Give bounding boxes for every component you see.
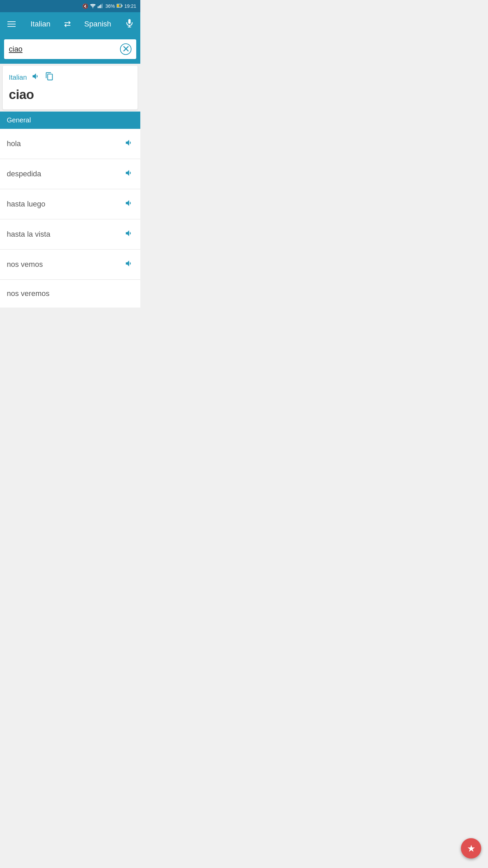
result-item[interactable]: nos veremos: [0, 280, 140, 308]
result-text: despedida: [7, 170, 41, 178]
search-box: ✕: [4, 39, 136, 59]
hamburger-line-2: [7, 24, 16, 24]
result-text: hola: [7, 139, 21, 148]
search-container: ✕: [0, 36, 140, 64]
search-input[interactable]: [9, 45, 120, 54]
battery-text: 36%: [105, 3, 115, 9]
svg-point-0: [93, 7, 93, 8]
svg-rect-2: [99, 5, 100, 8]
result-item[interactable]: hola: [0, 129, 140, 159]
card-copy-button[interactable]: [45, 72, 54, 83]
menu-button[interactable]: [6, 20, 17, 28]
wifi-icon: [90, 3, 96, 9]
result-play-button[interactable]: [125, 199, 134, 210]
time-text: 19:21: [124, 3, 136, 9]
microphone-button[interactable]: [125, 18, 134, 30]
result-play-button[interactable]: [125, 138, 134, 149]
results-list: hola despedida hasta luego hasta la vist…: [0, 129, 140, 308]
app-bar: Italian ⇄ Spanish: [0, 12, 140, 36]
card-language-label: Italian: [9, 74, 27, 81]
result-text: nos vemos: [7, 260, 43, 269]
svg-rect-9: [128, 19, 130, 24]
result-text: hasta luego: [7, 200, 45, 209]
mute-icon: 🔇: [82, 3, 88, 9]
card-translation-text: ciao: [9, 87, 131, 102]
svg-rect-4: [102, 3, 103, 8]
result-text: hasta la vista: [7, 230, 50, 239]
card-play-button[interactable]: [32, 72, 40, 83]
result-play-button[interactable]: [125, 229, 134, 240]
result-play-button[interactable]: [125, 259, 134, 270]
hamburger-line-1: [7, 21, 16, 22]
status-icons: 🔇 36% ⚡: [82, 3, 136, 9]
hamburger-line-3: [7, 26, 16, 27]
signal-icon: [98, 3, 104, 9]
svg-text:⚡: ⚡: [119, 5, 121, 7]
swap-languages-button[interactable]: ⇄: [64, 19, 71, 29]
section-title: General: [7, 116, 31, 124]
svg-rect-6: [122, 5, 122, 7]
card-header: Italian: [9, 72, 131, 83]
svg-rect-1: [98, 6, 99, 8]
source-language[interactable]: Italian: [30, 20, 50, 28]
status-bar: 🔇 36% ⚡: [0, 0, 140, 12]
section-header: General: [0, 112, 140, 129]
target-language[interactable]: Spanish: [84, 20, 111, 28]
result-item[interactable]: hasta luego: [0, 189, 140, 219]
translation-card: Italian ciao: [3, 66, 138, 110]
clear-button[interactable]: ✕: [120, 43, 131, 55]
battery-icon: ⚡: [117, 3, 123, 9]
result-item[interactable]: hasta la vista: [0, 219, 140, 250]
result-play-button[interactable]: [125, 169, 134, 179]
result-text: nos veremos: [7, 289, 49, 298]
result-item[interactable]: nos vemos: [0, 250, 140, 280]
result-item[interactable]: despedida: [0, 159, 140, 189]
svg-rect-3: [100, 4, 101, 8]
